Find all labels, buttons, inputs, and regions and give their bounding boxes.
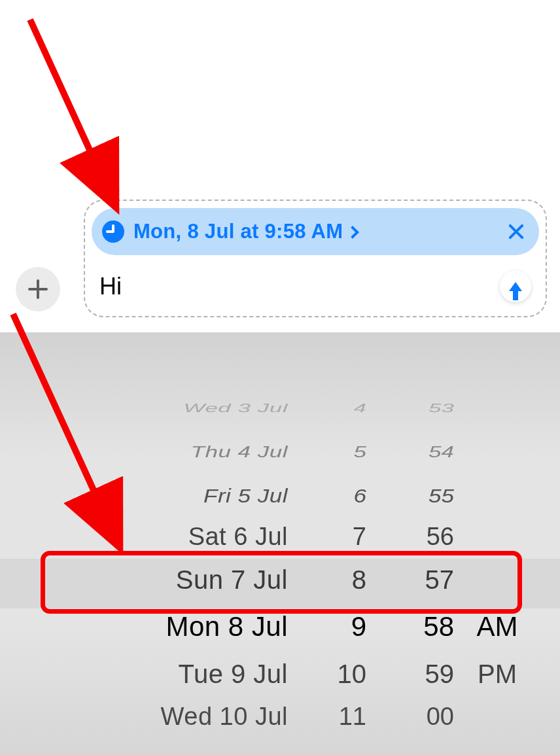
clear-schedule-button[interactable]	[506, 222, 526, 241]
clock-icon	[102, 220, 124, 243]
picker-row[interactable]: Sat 6 Jul 7 56	[0, 516, 560, 557]
send-button[interactable]	[500, 271, 531, 302]
picker-row[interactable]: Thu 11 Jul 12 01	[0, 746, 560, 755]
compose-row: Hi	[99, 267, 531, 306]
datetime-picker[interactable]: Wed 3 Jul 4 53 Thu 4 Jul 5 54 Fri 5 Jul …	[0, 393, 560, 755]
picker-row[interactable]: Wed 3 Jul 4 53	[0, 396, 560, 419]
arrow-up-icon	[509, 282, 522, 291]
add-button[interactable]	[16, 267, 60, 311]
chevron-right-icon	[346, 226, 359, 239]
picker-row[interactable]: Thu 4 Jul 5 54	[0, 437, 560, 466]
picker-row[interactable]: Tue 9 Jul 10 59 PM	[0, 652, 560, 696]
plus-icon	[28, 279, 48, 299]
schedule-label: Mon, 8 Jul at 9:58 AM	[133, 220, 343, 243]
picker-row-selected[interactable]: Mon 8 Jul 9 58 AM	[0, 602, 560, 652]
picker-row[interactable]: Fri 5 Jul 6 55	[0, 478, 560, 514]
picker-row[interactable]: Sun 7 Jul 8 57	[0, 557, 560, 602]
picker-row[interactable]: Wed 10 Jul 11 00	[0, 696, 560, 737]
schedule-pill[interactable]: Mon, 8 Jul at 9:58 AM	[92, 208, 539, 255]
message-input[interactable]: Hi	[99, 273, 500, 300]
